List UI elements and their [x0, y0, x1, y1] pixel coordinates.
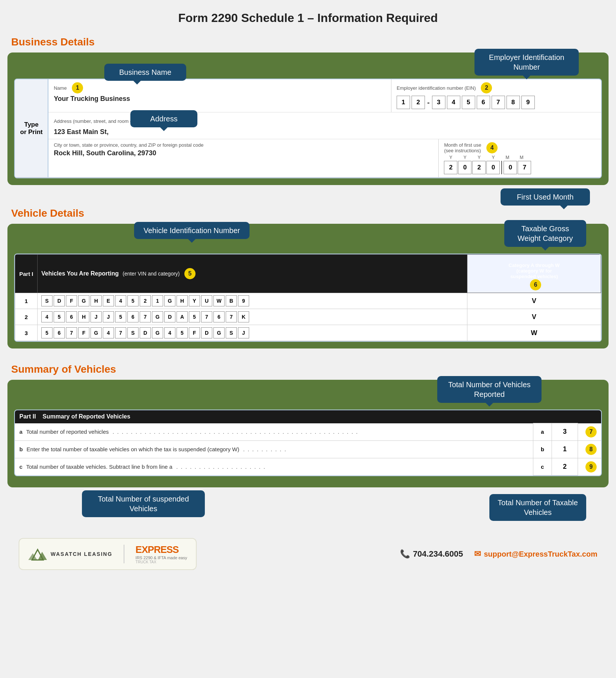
cat-row-1: V: [467, 293, 601, 309]
vin-cell: 5: [41, 327, 53, 338]
callout-business-name: Business Name: [104, 64, 186, 81]
vin-cell: H: [91, 295, 102, 306]
section-header-summary: Summary of Vehicles: [11, 363, 609, 375]
callout-address: Address: [130, 110, 197, 127]
row-b-value: 1: [552, 440, 578, 458]
date-letter-y4: Y: [486, 155, 500, 160]
vin-cell: 5: [177, 327, 188, 338]
callout-total-reported: Total Number of Vehicles Reported: [437, 376, 542, 403]
ein-box-7: 7: [492, 96, 505, 109]
section-header-business: Business Details: [11, 36, 609, 48]
business-form-box: Type or Print Name 1 Your Trucking Busin…: [14, 79, 602, 178]
vin-cell: D: [164, 311, 175, 322]
vehicle-row-2: 2 4 5 6 H J J 5 6 7 G: [15, 309, 601, 325]
vin-cell: E: [103, 295, 114, 306]
cat-row-3: W: [467, 325, 601, 341]
vin-cell: U: [201, 295, 212, 306]
vin-cell: 5: [189, 311, 200, 322]
vehicle-form-box: Part I Vehicles You Are Reporting (enter…: [14, 254, 602, 342]
vin-cell: 4: [115, 295, 126, 306]
callout-ein: Employer Identification Number: [474, 49, 579, 76]
vin-cell: D: [140, 327, 151, 338]
part-title-cell: Vehicles You Are Reporting (enter VIN an…: [38, 255, 467, 293]
cat-header-cell: Category A through W (category W for sus…: [467, 255, 601, 293]
badge-part: 5: [184, 268, 196, 279]
vin-cell: W: [213, 295, 225, 306]
vin-cell: B: [226, 295, 237, 306]
vin-cell: 7: [115, 327, 126, 338]
express-sub: IRS 2290 & IFTA made easy: [136, 556, 187, 560]
date-letter-m1: M: [501, 155, 514, 160]
badge-c: 9: [585, 461, 597, 472]
row-b-label: b Enter the total number of taxable vehi…: [15, 440, 533, 458]
summary-row-b: b Enter the total number of taxable vehi…: [15, 440, 601, 458]
vin-cell: 6: [54, 327, 65, 338]
date-box-4: 0: [486, 161, 500, 174]
ein-dash: -: [427, 98, 430, 107]
vin-cell: S: [127, 327, 139, 338]
vin-cell: 6: [213, 311, 225, 322]
date-box-1: 2: [444, 161, 457, 174]
vin-cell: K: [238, 311, 249, 322]
vin-cell: G: [213, 327, 225, 338]
cat-row-2: V: [467, 309, 601, 325]
vin-cell: 9: [238, 295, 249, 306]
row-a-letter: a: [533, 423, 552, 441]
vin-cell: S: [226, 327, 237, 338]
summary-form-box: Part II Summary of Reported Vehicles a T…: [14, 410, 602, 476]
vin-cell: F: [78, 327, 89, 338]
vin-cell: 7: [140, 311, 151, 322]
row-c-value: 2: [552, 458, 578, 475]
footer-phone: 📞 704.234.6005: [400, 549, 463, 559]
form-content: Name 1 Your Trucking Business Employer i…: [48, 79, 601, 177]
callout-suspended: Total Number of suspended Vehicles: [82, 490, 205, 517]
vin-cell: 6: [66, 311, 77, 322]
vin-cell: J: [91, 311, 102, 322]
vin-row-3: 5 6 7 F G 4 7 S D G 4 5 F: [38, 325, 467, 341]
ein-box-8: 8: [507, 96, 520, 109]
wasatch-logo: WASATCH LEASING: [28, 547, 112, 561]
ein-box-6: 6: [477, 96, 490, 109]
vin-cell: D: [54, 295, 65, 306]
date-divider: [501, 161, 502, 174]
city-value: Rock Hill, South Carolina, 29730: [54, 149, 433, 157]
vin-cell: H: [177, 295, 188, 306]
vin-cell: A: [177, 311, 188, 322]
vin-cell: 7: [201, 311, 212, 322]
date-box-3: 2: [472, 161, 486, 174]
vin-cell: 4: [103, 327, 114, 338]
part-label: Part I: [15, 255, 38, 293]
vin-cell: Y: [189, 295, 200, 306]
badge-a-cell: 7: [578, 423, 601, 441]
vin-cell: 5: [54, 311, 65, 322]
ein-box-3: 3: [432, 96, 445, 109]
vin-cell: G: [152, 311, 163, 322]
vin-cell: 5: [127, 295, 139, 306]
row-num-2: 2: [15, 309, 38, 325]
email-icon: ✉: [474, 549, 481, 559]
summary-row-c: c Total number of taxable vehicles. Subt…: [15, 458, 601, 475]
date-letter-y1: Y: [444, 155, 457, 160]
vin-cell: 7: [226, 311, 237, 322]
vin-row-1: S D F G H E 4 5 2 1 G H Y: [38, 293, 467, 309]
footer: WASATCH LEASING EXPRESS IRS 2290 & IFTA …: [7, 532, 609, 576]
date-letter-y3: Y: [472, 155, 486, 160]
row-num-1: 1: [15, 293, 38, 309]
ein-box-5: 5: [462, 96, 475, 109]
ein-box-9: 9: [521, 96, 535, 109]
type-or-print-label: Type or Print: [15, 79, 48, 177]
row-b-letter: b: [533, 440, 552, 458]
city-cell: City or town, state or province, country…: [48, 139, 439, 177]
express-logo: EXPRESS IRS 2290 & IFTA made easy TRUCK …: [136, 544, 187, 564]
callout-vin: Vehicle Identification Number: [134, 222, 250, 239]
vehicle-section-wrapper: Vehicle Identification Number Taxable Gr…: [7, 224, 609, 348]
express-main: EXPRESS: [136, 544, 179, 556]
row-a-label: a Total number of reported vehicles . . …: [15, 423, 533, 441]
date-box-5: 0: [504, 161, 517, 174]
email-address: support@ExpressTruckTax.com: [484, 550, 597, 558]
callout-tgwc: Taxable Gross Weight Category: [504, 220, 586, 247]
name-cell: Name 1 Your Trucking Business: [48, 79, 391, 112]
mountain-icon: [28, 547, 47, 561]
badge-b-cell: 8: [578, 440, 601, 458]
vin-cell: J: [103, 311, 114, 322]
